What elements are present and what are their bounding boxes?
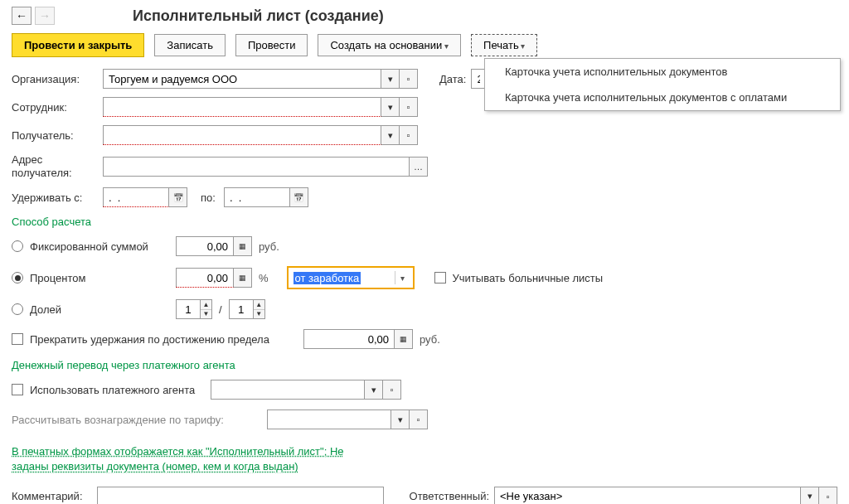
checkbox-use-agent[interactable] [12,384,23,395]
tariff-label: Рассчитывать вознаграждение по тарифу: [12,414,260,426]
comment-label: Комментарий: [12,490,92,502]
tariff-open-icon[interactable]: ▫ [410,410,428,429]
checkbox-use-agent-label: Использовать платежного агента [30,384,204,396]
agent-dropdown-icon[interactable]: ▾ [365,380,383,400]
agent-open-icon[interactable]: ▫ [383,380,401,400]
checkbox-stop-limit-label: Прекратить удержания по достижению преде… [30,333,297,346]
radio-fixed[interactable] [12,240,23,252]
fixed-amount-input[interactable] [176,236,234,256]
page-title: Исполнительный лист (создание) [133,7,384,25]
nav-forward-button: → [35,7,55,25]
responsible-dropdown-icon[interactable]: ▾ [801,487,819,504]
withhold-from-calendar-icon[interactable] [169,187,187,207]
radio-percent[interactable] [12,272,23,284]
fraction-denominator-spinner[interactable]: ▲▼ [254,299,265,319]
org-input[interactable] [103,69,381,89]
withhold-from-input[interactable] [103,187,169,207]
print-menu-item-card-payments[interactable]: Карточка учета исполнительных документов… [485,85,840,110]
tariff-dropdown-icon[interactable]: ▾ [391,410,410,429]
fixed-amount-calc-icon[interactable]: ▦ [234,236,252,256]
stop-limit-unit: руб. [420,333,440,346]
employee-input[interactable] [103,97,381,117]
recipient-input[interactable] [103,125,381,145]
employee-label: Сотрудник: [12,101,98,114]
percent-base-dropdown-icon[interactable]: ▾ [395,271,410,284]
nav-back-button[interactable]: ← [12,7,32,25]
comment-input[interactable] [97,487,384,504]
checkbox-sick-leave[interactable] [434,272,446,284]
print-menu-item-card[interactable]: Карточка учета исполнительных документов [485,59,840,85]
save-button[interactable]: Записать [154,34,226,56]
radio-fixed-label: Фиксированной суммой [30,240,169,253]
withhold-to-calendar-icon[interactable] [290,187,308,207]
create-based-on-button[interactable]: Создать на основании [318,34,461,56]
print-dropdown-menu: Карточка учета исполнительных документов… [484,58,841,111]
tariff-input[interactable] [267,410,391,429]
percent-base-select[interactable]: от заработка ▾ [287,266,415,289]
recipient-addr-label: Адрес получателя: [12,153,98,179]
document-details-link[interactable]: В печатных формах отображается как "Испо… [12,444,360,474]
withhold-to-label: по: [201,191,216,204]
fixed-unit: руб. [259,240,279,253]
radio-fraction[interactable] [12,303,23,315]
print-button[interactable]: Печать [471,34,537,56]
recipient-addr-input[interactable] [103,157,410,177]
percent-unit: % [259,272,269,284]
radio-fraction-label: Долей [30,303,169,316]
radio-percent-label: Процентом [30,272,169,284]
fraction-denominator-input[interactable] [229,299,254,319]
employee-open-icon[interactable]: ▫ [400,97,418,117]
org-open-icon[interactable]: ▫ [400,69,418,89]
percent-amount-calc-icon[interactable]: ▦ [234,268,252,288]
employee-dropdown-icon[interactable]: ▾ [381,97,400,117]
stop-limit-calc-icon[interactable]: ▦ [395,329,413,349]
date-label: Дата: [439,73,466,85]
responsible-input[interactable] [494,487,801,504]
org-label: Организация: [12,73,98,85]
post-and-close-button[interactable]: Провести и закрыть [12,33,144,57]
percent-base-value: от заработка [294,272,361,284]
agent-input[interactable] [211,380,365,400]
agent-header: Денежный перевод через платежного агента [12,359,837,371]
fraction-slash: / [219,303,222,316]
checkbox-sick-leave-label: Учитывать больничные листы [453,272,604,284]
percent-amount-input[interactable] [176,268,234,288]
withhold-from-label: Удерживать с: [12,191,98,204]
recipient-dropdown-icon[interactable]: ▾ [381,125,400,145]
fraction-numerator-spinner[interactable]: ▲▼ [201,299,212,319]
recipient-addr-ellipsis-icon[interactable]: … [410,157,428,177]
withhold-to-input[interactable] [224,187,290,207]
recipient-open-icon[interactable]: ▫ [400,125,418,145]
responsible-label: Ответственный: [410,490,489,502]
checkbox-stop-limit[interactable] [12,333,23,345]
calc-method-header: Способ расчета [12,216,837,228]
recipient-label: Получатель: [12,129,98,142]
stop-limit-input[interactable] [303,329,395,349]
post-button[interactable]: Провести [235,34,308,56]
fraction-numerator-input[interactable] [176,299,201,319]
responsible-open-icon[interactable]: ▫ [819,487,837,504]
org-dropdown-icon[interactable]: ▾ [381,69,400,89]
